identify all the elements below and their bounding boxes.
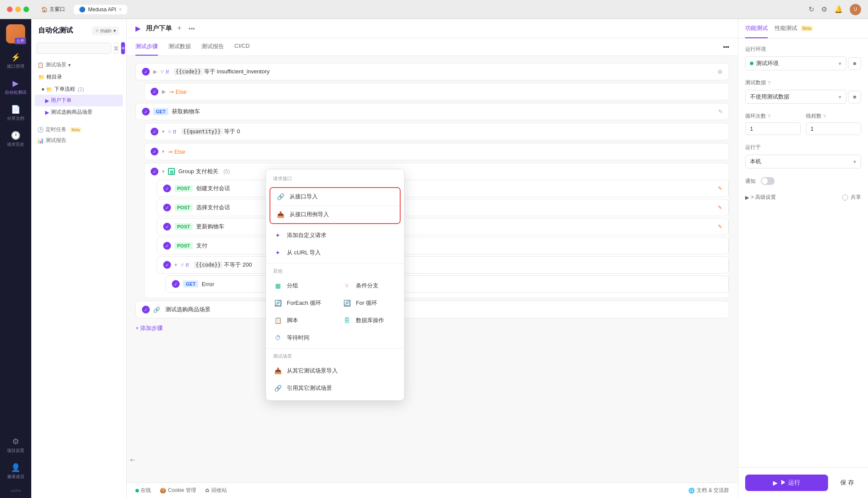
right-tab-performance[interactable]: 性能测试 Beta [775, 19, 813, 38]
dropdown-item-script[interactable]: 📋 脚本 [266, 312, 335, 329]
step-checkbox-cart[interactable]: ✓ [142, 108, 150, 115]
sidebar-item-history[interactable]: 🕐 请求历史 [3, 127, 28, 151]
step-checkbox-else2[interactable]: ✓ [151, 148, 158, 155]
env-menu-button[interactable]: ≡ [848, 57, 861, 70]
step-group-payment: ✓ ▾ ▦ Group 支付相关 (5) ✓ POST 创建支付会话 ✎ ✓ [144, 163, 729, 298]
run-on-selector[interactable]: 本机 ▾ [745, 155, 861, 168]
check-create-payment[interactable]: ✓ [163, 185, 171, 192]
scenario-icon2: ▶ [45, 109, 49, 115]
step-checkbox-else1[interactable]: ✓ [151, 88, 158, 96]
tab-extra-options[interactable]: ••• [723, 38, 729, 56]
step-checkbox-group[interactable]: ✓ [151, 168, 158, 175]
expand-icon3[interactable]: ▾ [162, 129, 164, 135]
check-select-payment[interactable]: ✓ [163, 204, 171, 211]
dropdown-item-curl[interactable]: ✦ 从 cURL 导入 [266, 244, 404, 261]
advanced-settings-toggle[interactable]: ▶ > 高级设置 [745, 194, 776, 201]
sidebar-item-settings[interactable]: ⚙ 项目设置 [3, 433, 28, 457]
check-pay[interactable]: ✓ [163, 242, 171, 250]
step-checkbox-if-code[interactable]: ✓ [142, 68, 150, 76]
expand-icon6[interactable]: ▾ [174, 262, 177, 268]
dropdown-item-wait[interactable]: ⏱ 等待时间 [266, 329, 335, 346]
test-data-selector[interactable]: 不使用测试数据 ▾ [745, 90, 846, 104]
filter-button[interactable]: ⧖ [114, 42, 118, 54]
close-traffic-light[interactable] [7, 7, 13, 12]
expand-icon[interactable]: ▶ [153, 69, 157, 75]
dropdown-item-group[interactable]: ▦ 分组 [266, 277, 335, 294]
api-tab[interactable]: 🔵 Medusa API × [74, 5, 127, 14]
share-toggle[interactable]: 共享 [842, 194, 861, 201]
recycle-item[interactable]: ♻ 回收站 [205, 487, 227, 494]
dropdown-item-db[interactable]: 🗄 数据库操作 [335, 312, 404, 329]
check-if200[interactable]: ✓ [163, 261, 171, 269]
check-update-cart[interactable]: ✓ [163, 223, 171, 231]
refresh-icon[interactable]: ↻ [809, 5, 814, 13]
api-tab-close[interactable]: × [119, 7, 122, 13]
step-edit-icon[interactable]: ✎ [718, 109, 723, 115]
nav-folder-order-row[interactable]: ▾ 📁 下单流程 (2) [35, 84, 123, 95]
check-scenario[interactable]: ✓ [142, 306, 150, 313]
sidebar-item-api[interactable]: ⚡ 接口管理 [3, 49, 28, 73]
dropdown-item-ref-scenario[interactable]: 🔗 引用其它测试场景 [266, 379, 404, 397]
expand-icon5[interactable]: ▾ [162, 168, 164, 175]
sidebar-item-autotest[interactable]: ▶ 自动化测试 [3, 75, 28, 99]
method-post2: POST [174, 204, 193, 211]
edit-icon3[interactable]: ✎ [718, 224, 722, 230]
right-panel-footer: ▶ ▶ 运行 保 存 [738, 467, 868, 498]
branch-selector[interactable]: ⑂ main ▾ [92, 26, 119, 35]
nav-section-scheduled[interactable]: 🕐 定时任务 Beta [35, 124, 123, 135]
status-item[interactable]: 在线 [135, 487, 151, 494]
tab-data[interactable]: 测试数据 [168, 38, 191, 56]
folder-icon: 📁 [46, 86, 53, 92]
autotest-icon: ▶ [13, 79, 19, 88]
sidebar-item-members[interactable]: 👤 邀请成员 [3, 459, 28, 483]
minimize-traffic-light[interactable] [15, 7, 21, 12]
tab-cicd[interactable]: CI/CD [234, 38, 250, 56]
collapse-left-button[interactable]: ⇤ [127, 453, 139, 467]
save-button[interactable]: 保 存 [833, 475, 861, 491]
tab-steps[interactable]: 测试步骤 [135, 38, 158, 56]
cookie-item[interactable]: 🍪 Cookie 管理 [160, 487, 196, 494]
check-error[interactable]: ✓ [172, 280, 180, 288]
nav-folder-root-row[interactable]: 📁 根目录 [35, 72, 123, 82]
docs-item[interactable]: 🌐 文档 & 交流群 [688, 487, 729, 494]
expand-icon2[interactable]: ▶ [162, 89, 166, 95]
more-options-button[interactable]: ••• [189, 25, 195, 32]
traffic-lights [7, 7, 29, 12]
loop-count-input[interactable] [745, 122, 801, 135]
dropdown-item-custom-request[interactable]: ✦ 添加自定义请求 [266, 227, 404, 244]
home-tab[interactable]: 🏠 主窗口 [36, 4, 70, 15]
edit-icon2[interactable]: ✎ [718, 204, 722, 211]
user-avatar[interactable]: U [850, 4, 861, 15]
nav-item-shopping[interactable]: ▶ 测试选购商品场景 [35, 106, 123, 118]
bell-icon[interactable]: 🔔 [834, 5, 843, 13]
dropdown-item-foreach[interactable]: 🔄 ForEach 循环 [266, 294, 335, 312]
notify-toggle[interactable] [761, 177, 775, 185]
step-options-icon[interactable]: ⚙ [717, 69, 723, 75]
sidebar-avatar[interactable]: 公开 [6, 24, 25, 43]
right-tab-functional[interactable]: 功能测试 [745, 19, 768, 38]
dropdown-item-import-example[interactable]: 📥 从接口用例导入 [270, 206, 400, 223]
dropdown-item-import-api[interactable]: 🔗 从接口导入 [270, 188, 400, 206]
settings-icon[interactable]: ⚙ [821, 5, 827, 13]
nav-item-user-order[interactable]: ▶ 用户下单 [35, 95, 123, 106]
add-step-button[interactable]: + 添加步骤 [135, 321, 729, 336]
tab-reports[interactable]: 测试报告 [201, 38, 224, 56]
titlebar: 🏠 主窗口 🔵 Medusa API × ↻ ⚙ 🔔 U [0, 0, 868, 19]
sidebar-item-docs[interactable]: 📄 分享文档 [3, 101, 28, 125]
step-checkbox-quantity[interactable]: ✓ [151, 128, 158, 135]
run-button[interactable]: ▶ ▶ 运行 [745, 475, 828, 491]
nav-section-scenarios[interactable]: 📋 测试场景 ▾ [35, 59, 123, 70]
add-test-button[interactable]: + [121, 42, 125, 54]
expand-icon4[interactable]: ▾ [162, 148, 164, 155]
add-tab-button[interactable]: + [177, 24, 182, 33]
dropdown-item-condition[interactable]: ⑂ 条件分支 [335, 277, 404, 294]
maximize-traffic-light[interactable] [23, 7, 29, 12]
env-selector[interactable]: 测试环境 ▾ [745, 56, 846, 70]
search-input[interactable] [36, 43, 111, 54]
nav-section-reports[interactable]: 📊 测试报告 [35, 135, 123, 146]
dropdown-item-for[interactable]: 🔄 For 循环 [335, 294, 404, 312]
test-data-menu-button[interactable]: ≡ [848, 91, 861, 103]
edit-icon1[interactable]: ✎ [718, 185, 722, 191]
thread-count-input[interactable] [806, 122, 861, 135]
dropdown-item-import-scenario[interactable]: 📥 从其它测试场景导入 [266, 362, 404, 379]
